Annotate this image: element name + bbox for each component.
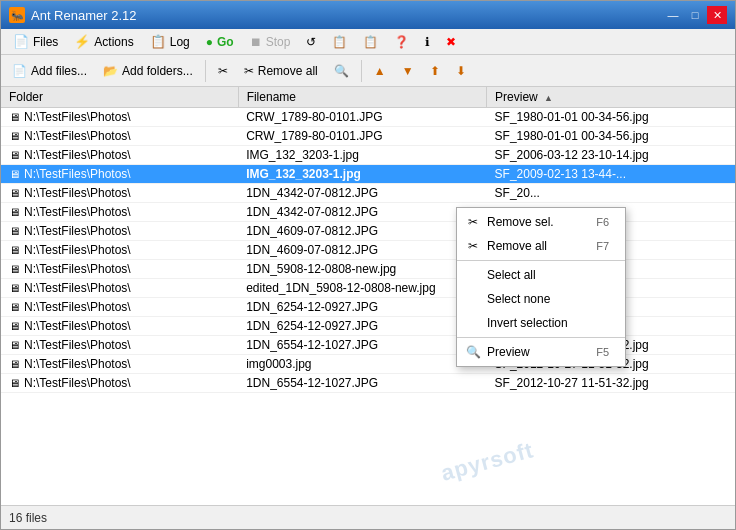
toolbar-search-button[interactable]: 🔍 [327,60,356,82]
cell-preview: SF_1980-01-01 00-34-56.jpg [487,127,735,146]
toolbar-up-button[interactable]: ▲ [367,60,393,82]
table-row[interactable]: 🖥N:\TestFiles\Photos\1DN_6554-12-1027.JP… [1,374,735,393]
cell-folder: 🖥N:\TestFiles\Photos\ [1,298,238,317]
content-area: Folder Filename Preview ▲ 🖥N:\TestFiles\… [1,87,735,505]
add-folders-icon: 📂 [103,64,118,78]
toolbar-search-icon: 🔍 [334,64,349,78]
menu-icon1[interactable]: 📋 [324,33,355,51]
table-row[interactable]: 🖥N:\TestFiles\Photos\CRW_1789-80-0101.JP… [1,127,735,146]
context-menu-item-icon [465,315,481,331]
context-menu-item[interactable]: Select none [457,287,625,311]
context-menu-item[interactable]: ✂Remove allF7 [457,234,625,258]
menu-stop[interactable]: ⏹ Stop [242,33,299,51]
cell-preview: SF_2012-10-27 11-51-32.jpg [487,374,735,393]
bottom-icon: ⬇ [456,64,466,78]
down-icon: ▼ [402,64,414,78]
main-window: 🐜 Ant Renamer 2.12 — □ ✕ 📄 Files ⚡ Actio… [0,0,736,530]
cell-folder: 🖥N:\TestFiles\Photos\ [1,222,238,241]
cell-preview: SF_2006-03-12 23-10-14.jpg [487,146,735,165]
column-preview[interactable]: Preview ▲ [487,87,735,108]
menu-refresh[interactable]: ↺ [298,33,324,51]
remove-sel-toolbar-button[interactable]: ✂ [211,60,235,82]
status-bar: 16 files [1,505,735,529]
cell-preview: SF_2009-02-13 13-44-... [487,165,735,184]
cell-folder: 🖥N:\TestFiles\Photos\ [1,279,238,298]
table-header-row: Folder Filename Preview ▲ [1,87,735,108]
folder-icon: 🖥 [9,149,20,161]
toolbar-down-button[interactable]: ▼ [395,60,421,82]
separator-1 [205,60,206,82]
column-folder[interactable]: Folder [1,87,238,108]
toolbar: 📄 Add files... 📂 Add folders... ✂ ✂ Remo… [1,55,735,87]
menu-help[interactable]: ❓ [386,33,417,51]
cell-filename: 1DN_4342-07-0812.JPG [238,203,486,222]
folder-icon: 🖥 [9,320,20,332]
top-icon: ⬆ [430,64,440,78]
menu-actions[interactable]: ⚡ Actions [66,32,141,51]
folder-icon: 🖥 [9,282,20,294]
menu-go[interactable]: ● Go [198,33,242,51]
folder-icon: 🖥 [9,377,20,389]
context-menu-item-label: Remove all [487,239,547,253]
context-menu-item[interactable]: Select all [457,263,625,287]
context-menu-item[interactable]: 🔍PreviewF5 [457,340,625,364]
remove-sel-toolbar-icon: ✂ [218,64,228,78]
cell-folder: 🖥N:\TestFiles\Photos\ [1,203,238,222]
context-menu-item-label: Select none [487,292,550,306]
context-menu-item[interactable]: Invert selection [457,311,625,335]
title-bar-left: 🐜 Ant Renamer 2.12 [9,7,137,23]
context-menu-separator [457,260,625,261]
cell-filename: CRW_1789-80-0101.JPG [238,108,486,127]
table-row[interactable]: 🖥N:\TestFiles\Photos\IMG_132_3203-1.jpgS… [1,165,735,184]
context-menu-item-label: Remove sel. [487,215,554,229]
cell-filename: 1DN_6254-12-0927.JPG [238,317,486,336]
minimize-button[interactable]: — [663,6,683,24]
remove-all-toolbar-button[interactable]: ✂ Remove all [237,60,325,82]
menu-log[interactable]: 📋 Log [142,32,198,51]
menu-files[interactable]: 📄 Files [5,32,66,51]
files-icon: 📄 [13,34,29,49]
cell-folder: 🖥N:\TestFiles\Photos\ [1,336,238,355]
table-row[interactable]: 🖥N:\TestFiles\Photos\IMG_132_3203-1.jpgS… [1,146,735,165]
cell-folder: 🖥N:\TestFiles\Photos\ [1,260,238,279]
folder-icon: 🖥 [9,244,20,256]
folder-icon: 🖥 [9,358,20,370]
refresh-icon: ↺ [306,35,316,49]
cell-folder: 🖥N:\TestFiles\Photos\ [1,241,238,260]
remove-all-toolbar-icon: ✂ [244,64,254,78]
table-row[interactable]: 🖥N:\TestFiles\Photos\CRW_1789-80-0101.JP… [1,108,735,127]
cell-filename: 1DN_4342-07-0812.JPG [238,184,486,203]
close-button[interactable]: ✕ [707,6,727,24]
cell-filename: 1DN_4609-07-0812.JPG [238,222,486,241]
add-files-button[interactable]: 📄 Add files... [5,60,94,82]
cell-filename: 1DN_5908-12-0808-new.jpg [238,260,486,279]
cell-folder: 🖥N:\TestFiles\Photos\ [1,127,238,146]
menu-info[interactable]: ℹ [417,33,438,51]
cell-filename: 1DN_6254-12-0927.JPG [238,298,486,317]
context-menu-shortcut: F5 [596,346,609,358]
folder-icon: 🖥 [9,168,20,180]
separator-2 [361,60,362,82]
cell-preview: SF_20... [487,184,735,203]
menu-icon2[interactable]: 📋 [355,33,386,51]
maximize-button[interactable]: □ [685,6,705,24]
toolbar-bottom-button[interactable]: ⬇ [449,60,473,82]
add-folders-button[interactable]: 📂 Add folders... [96,60,200,82]
table-row[interactable]: 🖥N:\TestFiles\Photos\1DN_4342-07-0812.JP… [1,184,735,203]
cell-filename: IMG_132_3203-1.jpg [238,165,486,184]
cell-folder: 🖥N:\TestFiles\Photos\ [1,374,238,393]
cell-folder: 🖥N:\TestFiles\Photos\ [1,165,238,184]
title-bar: 🐜 Ant Renamer 2.12 — □ ✕ [1,1,735,29]
stop-icon: ⏹ [250,35,262,49]
folder-icon: 🖥 [9,301,20,313]
column-filename[interactable]: Filename [238,87,486,108]
context-menu-item-label: Preview [487,345,530,359]
context-menu-item[interactable]: ✂Remove sel.F6 [457,210,625,234]
toolbar-top-button[interactable]: ⬆ [423,60,447,82]
folder-icon: 🖥 [9,263,20,275]
add-files-icon: 📄 [12,64,27,78]
menu-close-x[interactable]: ✖ [438,33,464,51]
help-icon: ❓ [394,35,409,49]
context-menu-shortcut: F7 [596,240,609,252]
context-menu-item-label: Invert selection [487,316,568,330]
